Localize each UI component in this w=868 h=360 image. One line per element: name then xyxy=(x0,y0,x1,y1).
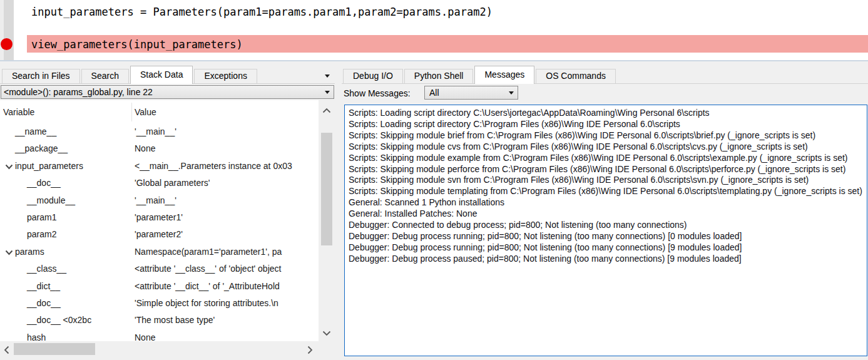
variable-row[interactable]: __doc__ <0x2bc'The most base type' xyxy=(0,312,319,329)
variable-value: 'parameter1' xyxy=(135,212,319,222)
tab-os-commands[interactable]: OS Commands xyxy=(536,69,616,83)
tab-overflow-button[interactable] xyxy=(325,69,334,76)
column-header-variable[interactable]: Variable xyxy=(3,107,34,117)
dropdown-arrow-icon xyxy=(325,91,330,94)
variable-row[interactable]: __module__'__main__' xyxy=(0,193,319,210)
variable-value: None xyxy=(135,332,319,341)
variable-value: <attribute '__class__' of 'object' objec… xyxy=(135,264,319,274)
variables-vertical-scrollbar[interactable] xyxy=(319,100,335,341)
log-line: Scripts: Skipping module templating from… xyxy=(349,186,863,197)
log-line: Debugger: Debug process paused; pid=800;… xyxy=(349,254,863,265)
log-line: Scripts: Skipping module brief from C:\P… xyxy=(349,130,863,141)
vertical-scroll-thumb[interactable] xyxy=(321,133,332,245)
log-line: Debugger: Connected to debug process; pi… xyxy=(349,220,863,231)
log-line: Scripts: Skipping module example from C:… xyxy=(349,153,863,164)
tab-python-shell[interactable]: Python Shell xyxy=(404,69,474,83)
variable-value: <attribute '__dict__' of '_AttributeHold xyxy=(135,281,319,291)
variable-name: __doc__ xyxy=(27,178,61,188)
variables-horizontal-scrollbar[interactable] xyxy=(0,341,319,357)
variable-name: __class__ xyxy=(27,264,66,274)
expander-chevron-icon[interactable] xyxy=(5,164,13,170)
tab-debug-i-o[interactable]: Debug I/O xyxy=(343,69,403,83)
variable-row[interactable]: __package__None xyxy=(0,141,319,158)
dropdown-arrow-icon xyxy=(509,91,514,95)
log-line: Scripts: Loading script directory C:\Pro… xyxy=(349,119,863,130)
stack-frame-selector[interactable]: <module>(): params_global.py, line 22 xyxy=(1,85,334,99)
scroll-left-icon[interactable] xyxy=(4,346,9,354)
variable-row[interactable]: paramsNamespace(param1='parameter1', pa xyxy=(0,244,319,261)
log-line: Scripts: Skipping module svn from C:\Pro… xyxy=(349,175,863,186)
tab-exceptions[interactable]: Exceptions xyxy=(194,69,257,83)
log-line: Scripts: Loading script directory C:\Use… xyxy=(349,108,863,119)
scroll-down-icon[interactable] xyxy=(322,331,331,336)
log-line: Debugger: Debug process running; pid=800… xyxy=(349,231,863,242)
column-header-value[interactable]: Value xyxy=(135,107,156,117)
variable-name: param2 xyxy=(27,229,56,239)
variable-row[interactable]: param1'parameter1' xyxy=(0,210,319,227)
tab-search[interactable]: Search xyxy=(81,69,129,83)
tab-search-in-files[interactable]: Search in Files xyxy=(2,69,80,83)
variable-row[interactable]: __dict__<attribute '__dict__' of '_Attri… xyxy=(0,279,319,296)
variable-value: <__main__.Parameters instance at 0x03 xyxy=(135,161,319,171)
log-line: Scripts: Skipping module perforce from C… xyxy=(349,164,863,175)
wing-ide-window: input_parameters = Parameters(param1=par… xyxy=(0,0,868,360)
variable-value: 'The most base type' xyxy=(135,315,319,325)
code-editor[interactable]: input_parameters = Parameters(param1=par… xyxy=(0,0,868,60)
log-line: Scripts: Skipping module cvs from C:\Pro… xyxy=(349,141,863,153)
scroll-up-icon[interactable] xyxy=(322,108,331,113)
message-filter-value: All xyxy=(429,88,439,98)
variable-value: '__main__' xyxy=(135,126,319,136)
message-filter-dropdown[interactable]: All xyxy=(424,86,518,100)
variable-name: __package__ xyxy=(15,143,68,153)
variable-name: __doc__ <0x2bc xyxy=(27,315,91,325)
variable-value: None xyxy=(135,143,319,153)
variable-row[interactable]: __doc__'Global parameters' xyxy=(0,175,319,192)
variables-table: Variable Value __name__'__main__'__packa… xyxy=(0,100,319,341)
code-line-2[interactable]: view_parameters(input_parameters) xyxy=(31,38,243,51)
variable-name: __name__ xyxy=(15,126,56,136)
variable-value: 'Simple object for storing attributes.\n xyxy=(135,298,319,308)
tab-stack-data[interactable]: Stack Data xyxy=(130,66,193,84)
expander-chevron-icon[interactable] xyxy=(5,250,13,255)
horizontal-scroll-thumb[interactable] xyxy=(14,343,95,355)
column-divider[interactable] xyxy=(131,103,132,121)
variable-value: Namespace(param1='parameter1', pa xyxy=(135,247,319,257)
variables-table-header: Variable Value xyxy=(0,100,319,124)
scroll-right-icon[interactable] xyxy=(307,346,313,354)
breakpoint-icon[interactable] xyxy=(1,38,13,50)
right-tab-bar: Debug I/OPython ShellMessagesOS Commands xyxy=(342,65,868,84)
variable-name: __module__ xyxy=(27,195,75,205)
log-line: General: Installed Patches: None xyxy=(349,208,863,220)
variable-value: 'parameter2' xyxy=(135,229,319,239)
variable-row[interactable]: param2'parameter2' xyxy=(0,227,319,244)
variable-value: '__main__' xyxy=(135,195,319,205)
variable-name: __dict__ xyxy=(27,281,60,291)
log-line: General: Scanned 1 Python installations xyxy=(349,197,863,208)
variable-name: input_parameters xyxy=(15,161,83,171)
editor-panel-divider[interactable] xyxy=(0,60,868,61)
chevron-down-icon xyxy=(325,75,330,78)
tab-messages[interactable]: Messages xyxy=(474,66,534,84)
variable-row[interactable]: hashNone xyxy=(0,330,319,341)
variable-name: param1 xyxy=(27,212,56,222)
variable-row[interactable]: __class__<attribute '__class__' of 'obje… xyxy=(0,261,319,278)
variable-row[interactable]: __name__'__main__' xyxy=(0,124,319,141)
variable-row[interactable]: input_parameters<__main__.Parameters ins… xyxy=(0,158,319,175)
variable-name: __doc__ xyxy=(27,298,61,308)
show-messages-label: Show Messages: xyxy=(344,88,411,98)
left-tab-bar: Search in FilesSearchStack DataException… xyxy=(0,65,335,84)
variable-name: params xyxy=(15,247,44,257)
variable-row[interactable]: __doc__'Simple object for storing attrib… xyxy=(0,296,319,312)
variable-value: 'Global parameters' xyxy=(135,178,319,188)
log-line: Debugger: Debug process running; pid=800… xyxy=(349,242,863,254)
stack-frame-value: <module>(): params_global.py, line 22 xyxy=(4,87,153,97)
breakpoint-gutter[interactable] xyxy=(4,0,14,60)
messages-log[interactable]: Scripts: Loading script directory C:\Use… xyxy=(344,105,867,356)
code-line-1[interactable]: input_parameters = Parameters(param1=par… xyxy=(31,6,493,18)
variable-name: hash xyxy=(27,332,46,341)
